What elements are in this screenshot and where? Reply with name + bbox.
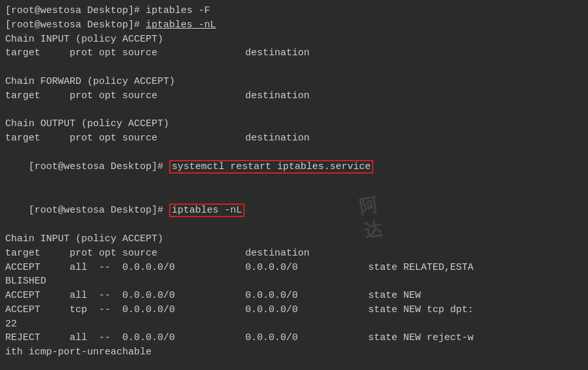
line-8 — [5, 103, 583, 117]
line-3: Chain INPUT (policy ACCEPT) — [5, 33, 583, 47]
line-15: ACCEPT all -- 0.0.0.0/0 0.0.0.0/0 state … — [5, 261, 583, 275]
line-19: 22 — [5, 317, 583, 332]
line-22 — [5, 360, 583, 370]
line-6: Chain FORWARD (policy ACCEPT) — [5, 75, 583, 89]
line-10: target prot opt source destination — [5, 131, 583, 146]
line-12: [root@westosa Desktop]# iptables -nL — [5, 189, 583, 231]
line-1: [root@westosa Desktop]# iptables -F — [5, 4, 583, 18]
line-20: REJECT all -- 0.0.0.0/0 0.0.0.0/0 state … — [5, 331, 583, 345]
line-13: Chain INPUT (policy ACCEPT) — [5, 232, 583, 246]
line-2: [root@westosa Desktop]# iptables -nL — [5, 18, 583, 33]
line-9: Chain OUTPUT (policy ACCEPT) — [5, 117, 583, 131]
line-11: [root@westosa Desktop]# systemctl restar… — [5, 146, 583, 189]
line-14: target prot opt source destination — [5, 246, 583, 261]
line-16: BLISHED — [5, 274, 583, 289]
line-5 — [5, 60, 583, 75]
line-18: ACCEPT tcp -- 0.0.0.0/0 0.0.0.0/0 state … — [5, 303, 583, 317]
line-21: ith icmp-port-unreachable — [5, 345, 583, 360]
line-7: target prot opt source destination — [5, 89, 583, 103]
line-17: ACCEPT all -- 0.0.0.0/0 0.0.0.0/0 state … — [5, 289, 583, 303]
line-4: target prot opt source destination — [5, 46, 583, 60]
terminal-window[interactable]: [root@westosa Desktop]# iptables -F [roo… — [0, 0, 588, 370]
